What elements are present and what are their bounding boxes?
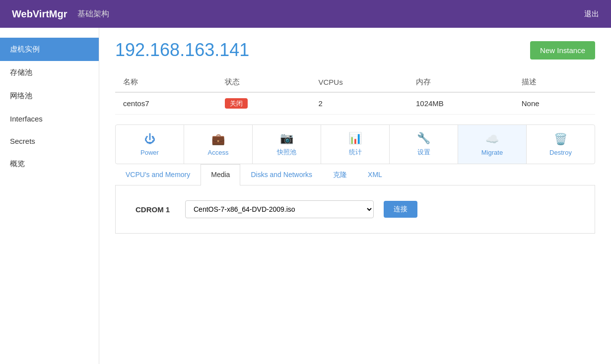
col-status: 状态 (217, 72, 311, 92)
cell-status: 关闭 (217, 92, 311, 115)
cdrom-row: CDROM 1 CentOS-7-x86_64-DVD-2009.iso ubu… (136, 200, 575, 218)
tab-media[interactable]: Media (201, 164, 240, 185)
tab-disks-networks[interactable]: Disks and Networks (240, 164, 323, 185)
col-desc: 描述 (514, 72, 595, 92)
header-left: WebVirtMgr 基础架构 (12, 8, 109, 20)
instance-table: 名称 状态 VCPUs 内存 描述 centos7 关闭 2 1024MB No… (115, 72, 595, 115)
sidebar: 虚机实例 存储池 网络池 Interfaces Secrets 概览 (0, 28, 99, 364)
new-instance-button[interactable]: New Instance (530, 41, 595, 60)
action-power-label: Power (140, 149, 159, 156)
page-header-row: 192.168.163.141 New Instance (115, 40, 595, 61)
action-snapshot-label: 快照池 (277, 148, 296, 157)
main-content: 虚机实例 存储池 网络池 Interfaces Secrets 概览 192.1… (0, 28, 611, 364)
app-brand: WebVirtMgr (12, 8, 68, 20)
logout-button[interactable]: 退出 (584, 9, 599, 19)
cell-memory: 1024MB (408, 92, 514, 115)
sidebar-item-storage-pool[interactable]: 存储池 (0, 61, 99, 84)
sidebar-item-vm-instances[interactable]: 虚机实例 (0, 38, 99, 61)
action-snapshot[interactable]: 📷 快照池 (253, 125, 321, 164)
sidebar-item-secrets[interactable]: Secrets (0, 130, 99, 152)
action-stats-label: 统计 (349, 148, 362, 157)
access-icon: 💼 (211, 133, 225, 146)
connect-button[interactable]: 连接 (384, 201, 417, 218)
power-icon: ⏻ (144, 133, 155, 146)
cell-desc: None (514, 92, 595, 115)
action-destroy-label: Destroy (549, 149, 572, 156)
table-row: centos7 关闭 2 1024MB None (115, 92, 595, 115)
migrate-icon: ☁️ (485, 133, 499, 146)
action-icons: ⏻ Power 💼 Access 📷 快照池 📊 统计 🔧 设置 ☁️ Mi (115, 124, 595, 164)
stats-icon: 📊 (348, 132, 362, 145)
tab-content-media: CDROM 1 CentOS-7-x86_64-DVD-2009.iso ubu… (115, 185, 595, 234)
cdrom-select[interactable]: CentOS-7-x86_64-DVD-2009.iso ubuntu-20.0… (185, 200, 374, 218)
action-stats[interactable]: 📊 统计 (321, 125, 390, 164)
sidebar-item-interfaces[interactable]: Interfaces (0, 108, 99, 130)
tab-clone[interactable]: 克隆 (323, 164, 357, 185)
destroy-icon: 🗑️ (554, 133, 567, 146)
tabs-row: VCPU's and Memory Media Disks and Networ… (115, 164, 595, 185)
nav-infrastructure[interactable]: 基础架构 (77, 9, 109, 19)
header: WebVirtMgr 基础架构 退出 (0, 0, 611, 28)
col-vcpus: VCPUs (310, 72, 408, 92)
action-access[interactable]: 💼 Access (184, 125, 253, 164)
tab-vcpu-memory[interactable]: VCPU's and Memory (115, 164, 201, 185)
sidebar-item-network-pool[interactable]: 网络池 (0, 84, 99, 108)
snapshot-icon: 📷 (280, 132, 293, 145)
status-badge: 关闭 (225, 98, 248, 109)
col-name: 名称 (115, 72, 217, 92)
settings-icon: 🔧 (417, 132, 430, 145)
action-settings[interactable]: 🔧 设置 (390, 125, 458, 164)
action-migrate-label: Migrate (481, 149, 503, 156)
action-migrate[interactable]: ☁️ Migrate (458, 125, 527, 164)
action-settings-label: 设置 (417, 148, 430, 157)
cell-name: centos7 (115, 92, 217, 115)
page-title: 192.168.163.141 (115, 40, 249, 61)
right-panel: 192.168.163.141 New Instance 名称 状态 VCPUs… (99, 28, 611, 364)
sidebar-item-overview[interactable]: 概览 (0, 152, 99, 176)
tab-xml[interactable]: XML (357, 164, 393, 185)
action-destroy[interactable]: 🗑️ Destroy (527, 125, 595, 164)
action-power[interactable]: ⏻ Power (116, 125, 184, 164)
cdrom-label: CDROM 1 (136, 205, 175, 214)
cell-vcpus: 2 (310, 92, 408, 115)
action-access-label: Access (208, 149, 229, 156)
col-memory: 内存 (408, 72, 514, 92)
